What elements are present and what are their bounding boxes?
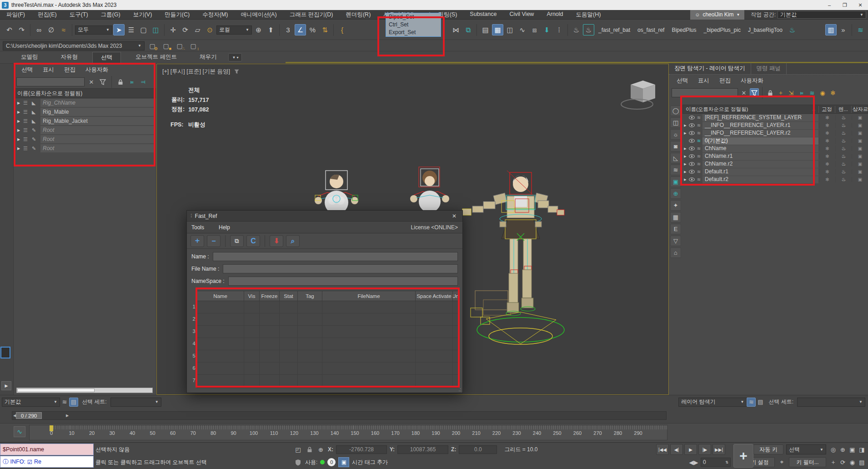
panel-menu-item[interactable]: 선택	[672, 76, 692, 86]
add-to-layer-icon[interactable]: ⇲	[787, 88, 796, 97]
window-crossing-icon[interactable]: ◫	[150, 24, 161, 35]
menu-item[interactable]: 그래프 편집기(D)	[283, 11, 340, 19]
separator[interactable]	[164, 24, 165, 36]
transport-button[interactable]: ◀|	[670, 444, 683, 455]
transport-button[interactable]: |▶	[698, 444, 711, 455]
scene-object-row[interactable]: ▶ ☰ ◣ Rig_Mable	[14, 107, 156, 116]
display-expose-icon[interactable]: E	[670, 224, 681, 234]
search-button[interactable]: ⌕	[286, 235, 300, 247]
object-name[interactable]: Root	[40, 135, 155, 143]
viewport-layout-tab[interactable]	[0, 347, 10, 358]
dialog-title-bar[interactable]: ⁞⁞ Fast_Ref ✕	[187, 211, 462, 222]
render-view-icon[interactable]: ▥	[825, 24, 837, 35]
display-folder-icon[interactable]: ⌂	[670, 247, 681, 258]
layer-row[interactable]: ▶ ≋ Default.r2 ✻ ♨ ▣	[682, 176, 868, 183]
angle-snap-icon[interactable]: ∠	[295, 24, 306, 35]
panel-menu-item[interactable]: 사용자화	[81, 65, 112, 75]
project-structure-icon[interactable]: ▢∴	[174, 41, 186, 51]
menu-item[interactable]: 편집(E)	[31, 11, 63, 19]
display-cameras-icon[interactable]: ◙	[670, 141, 681, 151]
render-icon[interactable]: ♨	[835, 130, 852, 136]
display-filter-icon[interactable]: ▽	[670, 236, 681, 246]
dialog-close-button[interactable]: ✕	[450, 213, 459, 219]
eye-icon[interactable]	[688, 170, 695, 174]
object-name[interactable]: Root	[40, 144, 155, 152]
file-name-field[interactable]	[223, 264, 458, 273]
layer-name[interactable]: 0(기본값)	[702, 137, 818, 145]
duplicate-button[interactable]: ⧉	[230, 235, 244, 247]
next-frame-icon[interactable]: ▶	[66, 414, 69, 418]
column-header[interactable]: 고정	[818, 106, 835, 113]
layer-manager-icon[interactable]: ▤	[480, 24, 491, 35]
hierarchy-view-icon[interactable]: ⫢	[797, 88, 806, 97]
script-button[interactable]: _fast_ref_bat	[595, 27, 633, 33]
selection-lock-icon[interactable]	[305, 445, 314, 454]
table-column-header[interactable]: Vis	[244, 291, 260, 301]
expand-arrow-icon[interactable]: ▶	[17, 101, 22, 105]
absolute-mode-icon[interactable]: ⊕	[316, 445, 325, 454]
ribbon-tab[interactable]: 자유형	[53, 52, 86, 63]
separator[interactable]	[852, 24, 852, 36]
display-containers-icon[interactable]: ⊕	[670, 188, 681, 199]
eye-icon[interactable]	[688, 146, 695, 151]
column-header[interactable]: 렌...	[835, 106, 851, 113]
freeze-icon[interactable]: ✻	[819, 138, 835, 143]
eye-icon[interactable]	[688, 123, 695, 127]
object-name[interactable]: Root	[40, 126, 155, 134]
edit-named-selection-sets-icon[interactable]: {	[336, 24, 348, 35]
menu-item[interactable]: 도움말(H)	[570, 11, 607, 19]
display-helpers-icon[interactable]: ◺	[670, 153, 681, 163]
table-column-header[interactable]: Space Activate	[416, 291, 453, 301]
render-icon[interactable]: ♨	[835, 177, 852, 182]
render-icon[interactable]: ♨	[835, 138, 852, 144]
isolate-selection-icon[interactable]: ◰	[294, 445, 302, 454]
eye-icon[interactable]	[688, 131, 695, 135]
layers-icon[interactable]: ≋	[808, 88, 817, 97]
layer-row[interactable]: ▶ ≋ ChName ✻ ♨ ▣	[682, 145, 868, 152]
orbit-icon[interactable]: ⟳	[838, 458, 847, 467]
listener-info-line[interactable]: ⓘ INFO: ☑ Re	[0, 456, 94, 468]
user-account-menu[interactable]: ☺ cheolJin Kim ▼	[690, 10, 744, 20]
freeze-icon[interactable]: ✻	[819, 123, 835, 128]
expand-arrow-icon[interactable]: ▶	[17, 119, 22, 123]
expand-arrow-icon[interactable]: ▶	[682, 147, 688, 151]
render-icon[interactable]: ♨	[835, 115, 852, 121]
hierarchy-view-icon[interactable]: ⫢	[127, 77, 136, 86]
freeze-icon[interactable]: ✻	[819, 161, 835, 166]
search-input[interactable]	[16, 77, 85, 86]
display-bitmap-icon[interactable]: ▣	[670, 177, 681, 187]
eye-icon[interactable]	[688, 162, 695, 166]
layer-row[interactable]: ▶ ≋ ChName.r2 ✻ ♨ ▣	[682, 160, 868, 168]
menu-item[interactable]: 도구(T)	[63, 11, 95, 19]
minimize-button[interactable]: –	[822, 0, 837, 10]
render-icon[interactable]: ♨	[835, 122, 852, 128]
walk-keymode-icon[interactable]: ⌖	[778, 458, 786, 467]
menu-item[interactable]: Arnold	[540, 11, 569, 19]
separator[interactable]	[279, 24, 280, 36]
eye-icon[interactable]	[688, 116, 695, 120]
script-button[interactable]: J_baseRigToo	[745, 27, 786, 33]
create-layer-icon[interactable]: ＋	[776, 88, 785, 97]
import-button[interactable]: ⬇	[270, 235, 283, 247]
box-mode-icon[interactable]: ▣	[852, 154, 868, 159]
object-name[interactable]: Rig_ChName	[40, 99, 155, 107]
expand-arrow-icon[interactable]: ▶	[682, 155, 688, 158]
ribbon-tab[interactable]: 채우기	[191, 52, 225, 63]
panel-menu-item[interactable]: 편집	[715, 76, 735, 86]
bind-to-space-warp-icon[interactable]: ≈	[58, 24, 69, 35]
clear-search-icon[interactable]: ✕	[739, 88, 748, 97]
column-header[interactable]: 상자르...	[851, 106, 868, 113]
schematic-view-icon[interactable]: ⧈	[529, 24, 540, 35]
close-button[interactable]: ✕	[853, 0, 868, 10]
box-mode-icon[interactable]: ▣	[852, 146, 868, 151]
layer-name[interactable]: [REF]_REFRERNCE_SYSTEM_LAYER	[702, 114, 818, 121]
frame-step-icon[interactable]: ◀▶	[689, 458, 698, 467]
time-slider-track[interactable]: ◀ 0 / 290 ▶	[12, 411, 667, 420]
eye-icon[interactable]	[688, 139, 695, 143]
freeze-icon[interactable]: ✻	[819, 154, 835, 159]
eye-toggle-icon[interactable]: ◉	[818, 88, 827, 97]
menu-item[interactable]: 그룹(G)	[95, 11, 127, 19]
menu-item[interactable]: Substance	[463, 11, 503, 19]
align-icon[interactable]: ⧉	[462, 24, 474, 35]
active-layer-combo[interactable]: 기본값▼	[2, 398, 60, 407]
